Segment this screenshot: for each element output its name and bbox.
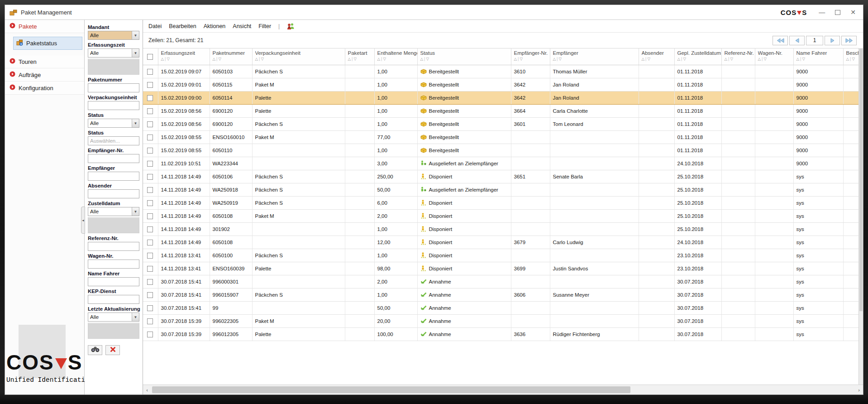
row-checkbox[interactable] (147, 121, 153, 127)
column-header-absender[interactable]: Absender△|▽ (639, 48, 674, 65)
table-row[interactable]: 15.02.2019 09:016050115Paket M1,00Bereit… (143, 78, 858, 91)
collapse-filter-tab[interactable]: ◄ (81, 207, 85, 234)
chevron-down-icon[interactable]: ▼ (132, 49, 139, 57)
sort-desc-icon[interactable]: ▽ (520, 57, 523, 61)
row-checkbox[interactable] (147, 135, 153, 140)
sort-asc-icon[interactable]: △ (796, 57, 800, 61)
search-button[interactable] (88, 345, 102, 355)
wagen-nr-filter-input[interactable] (88, 260, 139, 269)
sort-asc-icon[interactable]: △ (213, 57, 216, 61)
sidebar-item-paketstatus[interactable]: Paketstatus (13, 37, 82, 50)
name-fahrer-filter-input[interactable] (88, 277, 139, 286)
user-switch-icon[interactable] (287, 23, 295, 29)
table-row[interactable]: 15.02.2019 08:566900120Päckchen S1,00Ber… (143, 118, 858, 131)
zustelldatum-filter-select[interactable]: Alle▼ (88, 207, 139, 216)
column-header-paketnummer[interactable]: Paketnummer△|▽ (210, 48, 252, 65)
sidebar-item-konfiguration[interactable]: Konfiguration (5, 82, 84, 95)
menu-filter[interactable]: Filter (258, 23, 271, 29)
row-checkbox[interactable] (147, 305, 153, 311)
row-checkbox[interactable] (147, 226, 153, 232)
chevron-down-icon[interactable]: ▼ (132, 313, 139, 321)
chevron-down-icon[interactable]: ▼ (132, 31, 139, 39)
sort-desc-icon[interactable]: ▽ (218, 57, 221, 61)
row-checkbox[interactable] (147, 213, 153, 219)
sort-asc-icon[interactable]: △ (725, 57, 728, 61)
sort-asc-icon[interactable]: △ (348, 57, 351, 61)
table-row[interactable]: 30.07.2018 15:419960003012,00Annahme30.0… (143, 275, 858, 289)
verpackungseinheit-filter-input[interactable] (88, 101, 139, 110)
column-header-erfassungszeit[interactable]: Erfassungszeit△|▽ (158, 48, 210, 65)
sort-desc-icon[interactable]: ▽ (261, 57, 264, 61)
sort-desc-icon[interactable]: ▽ (383, 57, 386, 61)
sort-asc-icon[interactable]: △ (161, 57, 164, 61)
erfassungszeit-filter-select[interactable]: Alle▼ (88, 48, 139, 58)
absender-filter-input[interactable] (88, 189, 139, 198)
column-header-empfaenger-nr[interactable]: Empfänger-Nr.△|▽ (511, 48, 550, 65)
table-row[interactable]: 14.11.2018 13:416050100Päckchen S1,00Dis… (143, 249, 858, 262)
table-row[interactable]: 15.02.2019 08:566900120Palette1,00Bereit… (143, 105, 858, 118)
sort-desc-icon[interactable]: ▽ (852, 57, 855, 61)
vertical-scrollbar-thumb[interactable] (859, 48, 863, 311)
table-row[interactable]: 14.11.2018 14:493019021,00Disponiert25.1… (143, 223, 858, 236)
column-header-referenz-nr[interactable]: Referenz-Nr.△|▽ (721, 48, 755, 65)
column-header-wagen-nr[interactable]: Wagen-Nr.△|▽ (755, 48, 793, 65)
prev-page-button[interactable] (789, 36, 805, 45)
sort-desc-icon[interactable]: ▽ (426, 57, 429, 61)
row-checkbox[interactable] (147, 95, 153, 101)
row-checkbox[interactable] (147, 82, 153, 88)
table-row[interactable]: 14.11.2018 14:49WA250918Päckchen S50,00A… (143, 183, 858, 197)
page-number-input[interactable]: 1 (806, 36, 823, 45)
table-row[interactable]: 11.02.2019 10:51WA2233443,00Ausgeliefert… (143, 157, 858, 170)
letzte-aktualisierung-filter-select[interactable]: Alle▼ (88, 313, 139, 322)
column-header-zustelldatum[interactable]: Gepl. Zustelldatum△|▽ (674, 48, 721, 65)
column-header--select[interactable] (143, 48, 158, 65)
sort-asc-icon[interactable]: △ (553, 57, 556, 61)
row-checkbox[interactable] (147, 266, 153, 272)
table-row[interactable]: 30.07.2018 15:39996012305Palette100,00An… (143, 328, 858, 341)
row-checkbox[interactable] (147, 200, 153, 206)
row-checkbox[interactable] (147, 318, 153, 324)
sidebar-item-touren[interactable]: Touren (5, 55, 84, 68)
next-page-button[interactable] (825, 36, 840, 45)
kep-dienst-filter-input[interactable] (88, 295, 139, 304)
chevron-down-icon[interactable]: ▼ (132, 207, 139, 216)
sort-desc-icon[interactable]: ▽ (167, 57, 170, 61)
table-row[interactable]: 14.11.2018 14:49605010812,00Disponiert36… (143, 236, 858, 249)
column-header-besch[interactable]: Besch△|▽ (843, 48, 858, 65)
horizontal-scrollbar[interactable]: ‹ › (143, 385, 863, 394)
row-checkbox[interactable] (147, 108, 153, 114)
row-checkbox[interactable] (147, 69, 153, 75)
sort-asc-icon[interactable]: △ (420, 57, 424, 61)
row-checkbox[interactable] (147, 292, 153, 298)
menu-datei[interactable]: Datei (148, 23, 162, 29)
mandant-filter-select[interactable]: Alle▼ (88, 31, 139, 40)
status-search-filter-input[interactable] (88, 136, 139, 145)
sort-asc-icon[interactable]: △ (846, 57, 849, 61)
row-checkbox[interactable] (147, 148, 153, 154)
sort-asc-icon[interactable]: △ (514, 57, 517, 61)
sort-asc-icon[interactable]: △ (758, 57, 761, 61)
sidebar-item-auftraege[interactable]: Aufträge (5, 68, 84, 82)
scroll-right-arrow-icon[interactable]: › (855, 385, 863, 394)
paketnummer-filter-input[interactable] (88, 83, 139, 92)
clear-filter-button[interactable] (105, 345, 120, 355)
referenz-nr-filter-input[interactable] (88, 242, 139, 251)
select-all-checkbox[interactable] (147, 54, 153, 60)
horizontal-scrollbar-thumb[interactable] (152, 386, 630, 393)
column-header-menge[interactable]: Enthaltene Menge△|▽ (374, 48, 417, 65)
column-header-paketart[interactable]: Paketart△|▽ (345, 48, 374, 65)
sort-asc-icon[interactable]: △ (642, 57, 645, 61)
row-checkbox[interactable] (147, 279, 153, 285)
menu-bearbeiten[interactable]: Bearbeiten (169, 23, 196, 29)
table-row[interactable]: 14.11.2018 13:41ENSO160039Palette98,00Di… (143, 262, 858, 275)
row-checkbox[interactable] (147, 240, 153, 245)
table-row[interactable]: 30.07.2018 15:39996022305Paket M20,00Ann… (143, 315, 858, 328)
sort-asc-icon[interactable]: △ (255, 57, 258, 61)
minimize-button[interactable]: — (819, 9, 825, 15)
maximize-button[interactable] (835, 10, 840, 15)
table-row[interactable]: 14.11.2018 14:496050106Päckchen S250,00D… (143, 170, 858, 183)
menu-ansicht[interactable]: Ansicht (233, 23, 251, 29)
table-row[interactable]: 30.07.2018 15:419950,00Annahme30.07.2018… (143, 302, 858, 315)
table-row[interactable]: 15.02.2019 09:076050103Päckchen S1,00Ber… (143, 65, 858, 78)
row-checkbox[interactable] (147, 332, 153, 337)
